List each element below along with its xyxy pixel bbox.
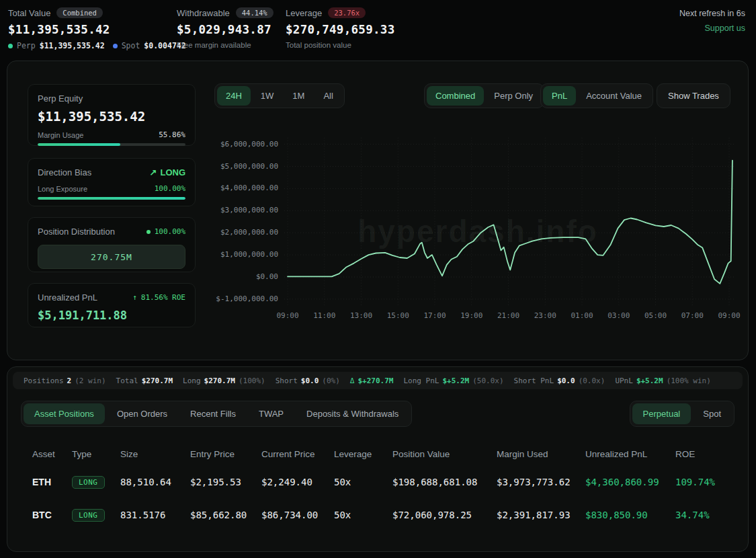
column-header-asset: Asset bbox=[32, 449, 72, 459]
leverage-cell: 50x bbox=[334, 477, 392, 487]
tab-recent-fills[interactable]: Recent Fills bbox=[179, 403, 247, 424]
perp-dot-icon bbox=[8, 44, 13, 48]
mode-combined[interactable]: Combined bbox=[427, 86, 484, 106]
spot-dot-icon bbox=[113, 44, 118, 48]
x-tick-label: 15:00 bbox=[379, 311, 417, 320]
leverage-badge: 23.76x bbox=[328, 7, 366, 18]
range-24h[interactable]: 24H bbox=[217, 86, 251, 106]
margin-used-cell: $3,973,773.62 bbox=[497, 477, 585, 487]
pnl-series-line bbox=[288, 161, 732, 284]
range-1w[interactable]: 1W bbox=[252, 86, 283, 106]
withdrawable-pct-badge: 44.14% bbox=[236, 7, 274, 18]
x-tick-label: 09:00 bbox=[269, 311, 306, 320]
position-distribution-card: Position Distribution 100.00% 270.75M bbox=[28, 217, 196, 272]
leverage-label: Leverage bbox=[286, 8, 322, 18]
summary-segment-total: Total$270.7M bbox=[116, 376, 173, 385]
time-range-toggle: 24H1W1MAll bbox=[214, 83, 345, 108]
positions-panel: Positions2(2 win)Total$270.7MLong$270.7M… bbox=[7, 366, 749, 552]
long-exposure-fill bbox=[38, 197, 185, 200]
tab-asset-positions[interactable]: Asset Positions bbox=[24, 403, 105, 424]
roe-cell: 34.74% bbox=[675, 510, 744, 520]
range-1m[interactable]: 1M bbox=[284, 86, 313, 106]
margin-usage-label: Margin Usage bbox=[38, 131, 83, 139]
distribution-value: 270.75M bbox=[91, 252, 132, 262]
summary-segment-short: Short$0.0(0%) bbox=[276, 376, 340, 385]
distribution-dot-icon bbox=[146, 230, 151, 234]
long-badge: LONG bbox=[72, 476, 105, 489]
market-perpetual[interactable]: Perpetual bbox=[632, 403, 691, 424]
summary-segment-long: Long$270.7M(100%) bbox=[183, 376, 265, 385]
withdrawable-subtitle: Free margin available bbox=[177, 41, 274, 49]
summary-segment-long-pnl: Long PnL$+5.2M(50.0x) bbox=[403, 376, 503, 385]
perp-equity-card: Perp Equity $11,395,535.42 Margin Usage … bbox=[28, 84, 196, 146]
distribution-value-box[interactable]: 270.75M bbox=[38, 245, 185, 269]
table-header-row: AssetTypeSizeEntry PriceCurrent PriceLev… bbox=[7, 442, 744, 465]
y-tick-label: $3,000,000.00 bbox=[164, 206, 278, 214]
entry-price-cell: $2,195.53 bbox=[190, 477, 261, 487]
pnl-account-toggle: PnLAccount Value bbox=[540, 83, 653, 108]
margin-usage-track bbox=[38, 143, 185, 146]
direction-bias-title: Direction Bias bbox=[38, 167, 91, 177]
position-row-btc[interactable]: BTCLONG831.5176$85,662.80$86,734.0050x$7… bbox=[7, 499, 744, 531]
show-trades-button[interactable]: Show Trades bbox=[657, 83, 730, 108]
y-tick-label: $6,000,000.00 bbox=[164, 140, 278, 149]
positions-table: AssetTypeSizeEntry PriceCurrent PriceLev… bbox=[7, 442, 744, 531]
column-header-margin-used: Margin Used bbox=[497, 449, 585, 459]
position-row-eth[interactable]: ETHLONG88,510.64$2,195.53$2,249.4050x$19… bbox=[7, 466, 744, 498]
column-header-type: Type bbox=[72, 449, 120, 459]
summary-segment-upnl: UPnL$+5.2M(100% win) bbox=[615, 376, 710, 385]
y-tick-label: $5,000,000.00 bbox=[164, 162, 278, 171]
long-exposure-track bbox=[38, 197, 185, 200]
perp-equity-title: Perp Equity bbox=[38, 93, 185, 104]
positions-summary-bar: Positions2(2 win)Total$270.7MLong$270.7M… bbox=[13, 372, 743, 389]
column-header-leverage: Leverage bbox=[334, 449, 392, 459]
tab-twap[interactable]: TWAP bbox=[248, 403, 294, 424]
summary-segment-positions: Positions2(2 win) bbox=[24, 376, 106, 385]
perp-value: $11,395,535.42 bbox=[40, 41, 105, 50]
market-spot[interactable]: Spot bbox=[692, 403, 732, 424]
withdrawable-group: Withdrawable 44.14% $5,029,943.87 Free m… bbox=[177, 7, 274, 49]
leverage-value: $270,749,659.33 bbox=[286, 23, 395, 36]
y-tick-label: $2,000,000.00 bbox=[164, 228, 278, 237]
x-tick-label: 21:00 bbox=[490, 311, 528, 320]
margin-usage-fill bbox=[38, 143, 120, 146]
combined-perp-toggle: CombinedPerp Only bbox=[424, 83, 544, 108]
roe-cell: 109.74% bbox=[675, 477, 744, 487]
tab-open-orders[interactable]: Open Orders bbox=[106, 403, 178, 424]
perp-equity-value: $11,395,535.42 bbox=[38, 109, 185, 124]
unrealized-pnl-title: Unrealized PnL bbox=[38, 292, 97, 303]
position-value-cell: $72,060,978.25 bbox=[392, 510, 497, 520]
current-price-cell: $2,249.40 bbox=[261, 477, 334, 487]
tab-deposits-withdrawals[interactable]: Deposits & Withdrawals bbox=[296, 403, 409, 424]
size-cell: 88,510.64 bbox=[120, 477, 190, 487]
refresh-countdown: Next refresh in 6s bbox=[679, 9, 745, 18]
support-us-link[interactable]: Support us bbox=[679, 24, 745, 33]
header-right: Next refresh in 6s Support us bbox=[679, 9, 745, 33]
unrealized-pnl-value: $5,191,711.88 bbox=[38, 309, 185, 322]
y-tick-label: $1,000,000.00 bbox=[164, 250, 278, 259]
column-header-entry-price: Entry Price bbox=[190, 449, 261, 459]
withdrawable-value: $5,029,943.87 bbox=[177, 23, 274, 36]
spot-label: Spot bbox=[122, 41, 140, 50]
combined-badge: Combined bbox=[56, 7, 103, 18]
column-header-unrealized-pnl: Unrealized PnL bbox=[585, 449, 675, 459]
x-tick-label: 09:00 bbox=[710, 311, 748, 320]
mode-perp-only[interactable]: Perp Only bbox=[485, 86, 542, 106]
total-value-label: Total Value bbox=[8, 8, 50, 18]
metric-account-value[interactable]: Account Value bbox=[577, 86, 650, 106]
summary-segment-short-pnl: Short PnL$0.0(0.0x) bbox=[514, 376, 605, 385]
metric-pnl[interactable]: PnL bbox=[543, 86, 576, 106]
total-value: $11,395,535.42 bbox=[8, 23, 186, 36]
asset-cell: ETH bbox=[32, 477, 72, 487]
arrow-up-icon: ↑ bbox=[132, 293, 137, 302]
leverage-group: Leverage 23.76x $270,749,659.33 Total po… bbox=[286, 7, 395, 49]
summary-segment--: Δ$+270.7M bbox=[350, 376, 394, 385]
column-header-current-price: Current Price bbox=[261, 449, 334, 459]
x-tick-label: 17:00 bbox=[416, 311, 454, 320]
table-body: ETHLONG88,510.64$2,195.53$2,249.4050x$19… bbox=[7, 466, 744, 531]
column-header-position-value: Position Value bbox=[392, 449, 497, 459]
margin-used-cell: $2,391,817.93 bbox=[497, 510, 585, 520]
range-all[interactable]: All bbox=[314, 86, 341, 106]
positions-tabs: Asset PositionsOpen OrdersRecent FillsTW… bbox=[21, 401, 412, 427]
x-tick-label: 03:00 bbox=[600, 311, 638, 320]
